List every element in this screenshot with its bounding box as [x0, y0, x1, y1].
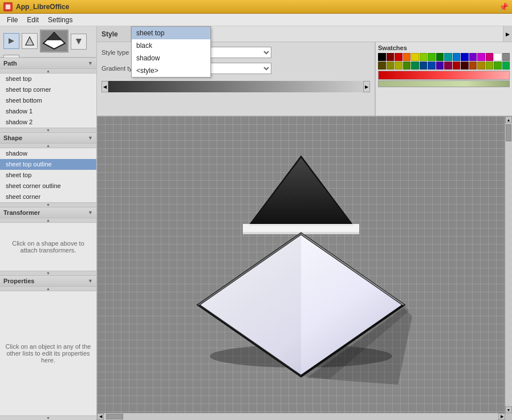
style-option-style[interactable]: <style> — [132, 64, 210, 77]
swatch-yellow-green[interactable] — [420, 53, 428, 61]
shape-section: Shape ▼ ▲ shadow sheet top outline sheet… — [0, 132, 96, 207]
swatch-r2-10[interactable] — [453, 62, 461, 70]
left-sections: Path ▼ ▲ sheet top sheet top corner shee… — [0, 58, 96, 420]
style-scroll-right[interactable]: ▶ — [503, 26, 512, 42]
properties-scroll-down[interactable]: ▼ — [0, 415, 96, 420]
menu-file[interactable]: File — [2, 15, 22, 25]
pin-icon[interactable]: 📌 — [499, 2, 509, 11]
shape-scroll-up[interactable]: ▲ — [0, 144, 96, 148]
scroll-corner — [505, 413, 512, 420]
path-title: Path — [3, 60, 17, 67]
icon-artwork-container — [97, 116, 505, 413]
path-item-shadow-1[interactable]: shadow 1 — [0, 106, 96, 117]
path-item-shadow-2[interactable]: shadow 2 — [0, 117, 96, 128]
swatch-white[interactable] — [494, 53, 502, 61]
swatch-r2-13[interactable] — [477, 62, 485, 70]
properties-scroll-up[interactable]: ▲ — [0, 287, 96, 291]
shape-item-sheet-top[interactable]: sheet top — [0, 170, 96, 181]
path-section-header[interactable]: Path ▼ — [0, 58, 96, 69]
style-option-black[interactable]: black — [132, 39, 210, 52]
swatch-red[interactable] — [395, 53, 403, 61]
hscroll-thumb[interactable] — [106, 414, 123, 419]
menubar: File Edit Settings — [0, 14, 512, 26]
swatch-r2-5[interactable] — [411, 62, 419, 70]
swatch-r2-9[interactable] — [444, 62, 452, 70]
shape-item-shadow[interactable]: shadow — [0, 148, 96, 159]
hscroll-right-arrow[interactable]: ▶ — [498, 413, 505, 420]
vscroll-down-arrow[interactable]: ▼ — [505, 406, 512, 413]
horizontal-scrollbar[interactable]: ◀ ▶ — [97, 413, 505, 420]
swatch-magenta[interactable] — [477, 53, 485, 61]
menu-settings[interactable]: Settings — [43, 15, 77, 25]
transformer-scroll-down[interactable]: ▼ — [0, 271, 96, 275]
properties-title: Properties — [3, 278, 34, 284]
swatch-r2-7[interactable] — [428, 62, 436, 70]
swatch-teal[interactable] — [444, 53, 452, 61]
swatch-r2-15[interactable] — [494, 62, 502, 70]
swatch-yellow[interactable] — [411, 53, 419, 61]
shape-list: shadow sheet top outline sheet top sheet… — [0, 148, 96, 202]
swatch-cyan-blue[interactable] — [453, 53, 461, 61]
swatch-dark-green[interactable] — [436, 53, 444, 61]
style-bar: Style sheet top black shadow <style> ▶ — [97, 26, 512, 42]
transformer-scroll-up[interactable]: ▲ — [0, 218, 96, 223]
swatch-r2-12[interactable] — [469, 62, 477, 70]
hscroll-left-arrow[interactable]: ◀ — [97, 413, 104, 420]
swatch-r2-8[interactable] — [436, 62, 444, 70]
shape-scroll-down[interactable]: ▼ — [0, 202, 96, 207]
gradient-scroll-right[interactable]: ▶ — [363, 81, 370, 92]
titlebar: App_LibreOffice 📌 — [0, 0, 512, 14]
swatch-purple[interactable] — [469, 53, 477, 61]
shape-item-sheet-corner-outline[interactable]: sheet corner outline — [0, 181, 96, 191]
shape-item-sheet-corner[interactable]: sheet corner — [0, 191, 96, 202]
swatch-r2-4[interactable] — [403, 62, 411, 70]
path-item-sheet-top[interactable]: sheet top — [0, 74, 96, 84]
swatch-darkred[interactable] — [387, 53, 395, 61]
shape-item-sheet-top-outline[interactable]: sheet top outline — [0, 159, 96, 170]
icon-artwork — [159, 140, 444, 390]
swatch-r2-2[interactable] — [387, 62, 395, 70]
vscroll-thumb[interactable] — [506, 124, 511, 141]
path-scroll-up[interactable]: ▲ — [0, 69, 96, 74]
vscroll-up-arrow[interactable]: ▲ — [505, 116, 512, 123]
sheet-icon-1-button[interactable] — [22, 33, 38, 49]
swatches-title: Swatches — [378, 44, 510, 51]
red-gradient-swatch[interactable] — [378, 71, 510, 80]
path-item-sheet-bottom[interactable]: sheet bottom — [0, 95, 96, 106]
swatch-green[interactable] — [428, 53, 436, 61]
swatch-r2-6[interactable] — [420, 62, 428, 70]
swatch-r2-11[interactable] — [461, 62, 469, 70]
menu-edit[interactable]: Edit — [22, 15, 43, 25]
swatch-r2-14[interactable] — [486, 62, 494, 70]
gradient-scroll-left[interactable]: ◀ — [101, 81, 108, 92]
style-label: Style — [97, 26, 131, 42]
arrow-tool-button[interactable] — [3, 33, 19, 49]
path-scroll-down[interactable]: ▼ — [0, 128, 96, 132]
vertical-scrollbar[interactable]: ▲ ▼ — [505, 116, 512, 413]
swatch-r2-1[interactable] — [378, 62, 386, 70]
swatch-r2-3[interactable] — [395, 62, 403, 70]
arrow-tool-2-button[interactable] — [71, 34, 87, 50]
swatch-orange[interactable] — [403, 53, 411, 61]
canvas-area[interactable]: ▲ ▼ ◀ ▶ — [97, 116, 512, 420]
swatch-gray[interactable] — [502, 53, 510, 61]
swatch-black[interactable] — [378, 53, 386, 61]
style-option-shadow[interactable]: shadow — [132, 52, 210, 64]
vscroll-track[interactable] — [505, 123, 512, 406]
properties-content: Click on an object in any of the other l… — [0, 291, 96, 415]
path-item-sheet-top-corner[interactable]: sheet top corner — [0, 84, 96, 95]
swatch-blue[interactable] — [461, 53, 469, 61]
app-title: App_LibreOffice — [16, 3, 69, 11]
style-option-sheet-top[interactable]: sheet top — [132, 27, 210, 39]
swatch-r2-16[interactable] — [502, 62, 510, 70]
shape-section-header[interactable]: Shape ▼ — [0, 132, 96, 144]
properties-section: Properties ▼ ▲ Click on an object in any… — [0, 275, 96, 420]
transformer-section-header[interactable]: Transformer ▼ — [0, 207, 96, 218]
hscroll-track[interactable] — [104, 413, 498, 420]
properties-section-header[interactable]: Properties ▼ — [0, 275, 96, 287]
transformer-title: Transformer — [3, 209, 40, 216]
style-dropdown-list: sheet top black shadow <style> — [131, 26, 211, 78]
swatch-pink[interactable] — [486, 53, 494, 61]
green-gradient-swatch[interactable] — [378, 80, 510, 87]
shape-title: Shape — [3, 134, 22, 141]
